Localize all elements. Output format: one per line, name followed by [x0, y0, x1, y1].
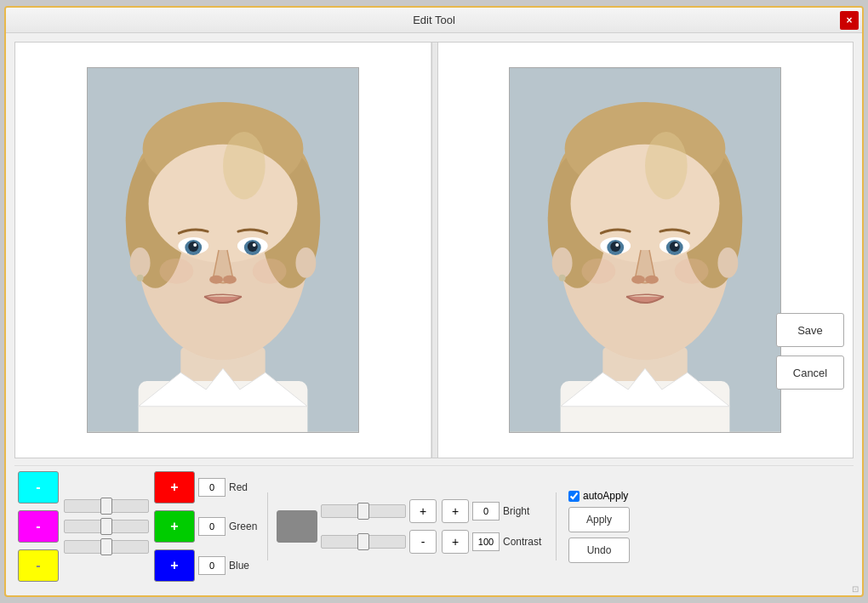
bright-plus2-button[interactable]: + [442, 499, 469, 523]
yellow-minus: - [36, 558, 40, 573]
contrast-slider-row: - [321, 530, 437, 554]
center-divider [431, 43, 438, 458]
auto-apply-row: autoApply [568, 490, 630, 502]
bright-slider[interactable] [321, 504, 406, 518]
app-window: Edit Tool × [4, 6, 864, 597]
red-swatch[interactable]: + [154, 471, 195, 503]
gray-swatch [277, 510, 317, 543]
contrast-plus-button[interactable]: + [442, 530, 469, 554]
save-button[interactable]: Save [776, 313, 844, 347]
svg-point-38 [611, 242, 621, 252]
blue-swatch[interactable]: + [154, 549, 195, 582]
svg-point-19 [159, 259, 193, 284]
magenta-swatch[interactable]: - [18, 510, 59, 543]
blue-row: + Blue [154, 549, 259, 582]
svg-point-45 [675, 259, 709, 284]
green-plus: + [170, 519, 178, 534]
green-label: Green [229, 521, 259, 532]
red-label: Red [229, 481, 259, 493]
contrast-value[interactable] [472, 532, 500, 551]
undo-button[interactable]: Undo [568, 538, 630, 563]
svg-point-18 [223, 276, 237, 284]
rgb-controls: + Red + Green + Blue [154, 471, 259, 582]
svg-point-48 [559, 275, 566, 282]
contrast-minus-button[interactable]: - [409, 530, 437, 554]
bright-value-row: + Bright [442, 499, 547, 523]
svg-point-15 [193, 243, 197, 247]
bright-value[interactable] [472, 502, 500, 521]
svg-point-42 [631, 276, 645, 284]
brightness-section: + - [277, 499, 437, 554]
side-buttons: Save Cancel [776, 313, 844, 390]
bright-label: Bright [503, 505, 541, 517]
cancel-button[interactable]: Cancel [776, 356, 844, 390]
window-title: Edit Tool [413, 14, 455, 26]
bright-slider-row: + [321, 499, 437, 523]
bc-values: + Bright + Contrast [442, 499, 547, 554]
svg-point-24 [223, 132, 266, 200]
right-image-panel [438, 43, 854, 458]
left-image-panel [15, 43, 431, 458]
magenta-minus: - [36, 519, 40, 534]
contrast-slider[interactable] [321, 535, 406, 549]
yellow-slider-row [64, 540, 149, 554]
magenta-slider[interactable] [64, 520, 149, 533]
auto-apply-label: autoApply [583, 490, 628, 502]
image-area: Save Cancel [14, 42, 854, 458]
svg-point-16 [253, 243, 256, 247]
preview-image [509, 67, 781, 433]
cyan-minus: - [36, 480, 40, 495]
cmy-controls: - - - [18, 471, 149, 582]
blue-plus: + [170, 558, 178, 573]
contrast-value-row: + Contrast [442, 530, 547, 554]
blue-label: Blue [229, 560, 259, 572]
green-row: + Green [154, 510, 259, 543]
svg-point-44 [582, 259, 616, 284]
svg-point-49 [645, 132, 688, 200]
svg-point-8 [148, 145, 297, 263]
cmy-swatches: - - - [18, 471, 59, 582]
yellow-slider[interactable] [64, 540, 149, 554]
red-plus: + [170, 480, 178, 495]
title-bar: Edit Tool × [6, 8, 862, 33]
svg-point-46 [552, 247, 573, 278]
svg-point-41 [675, 243, 678, 247]
svg-point-23 [136, 275, 143, 282]
original-image [87, 67, 359, 433]
svg-point-43 [645, 276, 659, 284]
controls-bar: - - - [14, 465, 854, 587]
svg-point-40 [615, 243, 619, 247]
svg-point-33 [571, 145, 720, 263]
red-row: + Red [154, 471, 259, 503]
apply-button[interactable]: Apply [568, 507, 630, 532]
cyan-slider-row [64, 499, 149, 513]
cmy-sliders [64, 499, 149, 554]
svg-point-47 [718, 247, 739, 278]
yellow-swatch[interactable]: - [18, 549, 59, 582]
cyan-swatch[interactable]: - [18, 471, 59, 503]
main-content: Save Cancel - - - [6, 33, 862, 595]
red-value[interactable] [198, 478, 226, 497]
bright-plus-button[interactable]: + [409, 499, 437, 523]
vertical-divider [267, 492, 268, 560]
svg-point-21 [129, 247, 150, 278]
svg-point-22 [295, 247, 316, 278]
cyan-slider[interactable] [64, 499, 149, 513]
right-controls: autoApply Apply Undo [568, 490, 630, 563]
auto-apply-checkbox[interactable] [568, 491, 580, 502]
svg-point-39 [670, 242, 680, 252]
svg-point-14 [248, 242, 258, 252]
green-value[interactable] [198, 517, 226, 536]
svg-point-17 [209, 276, 223, 284]
svg-point-20 [253, 259, 287, 284]
resize-handle[interactable]: ⊡ [852, 584, 859, 594]
vertical-divider-2 [556, 492, 557, 560]
close-button[interactable]: × [840, 11, 859, 30]
blue-value[interactable] [198, 556, 226, 575]
magenta-slider-row [64, 520, 149, 533]
svg-point-13 [188, 242, 198, 252]
contrast-label: Contrast [503, 536, 547, 548]
green-swatch[interactable]: + [154, 510, 195, 543]
